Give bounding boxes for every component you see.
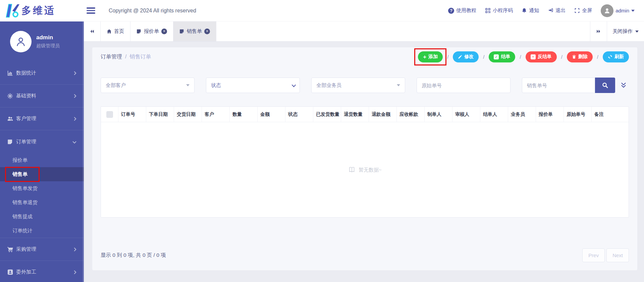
- sidebar-subitem-sales-order[interactable]: 销售单: [0, 167, 84, 181]
- bell-icon: [522, 8, 527, 13]
- sidebar-item-outsourcing[interactable]: 委外加工: [0, 261, 84, 282]
- original-order-no-input[interactable]: [417, 78, 511, 93]
- column-header: 客户: [202, 107, 230, 122]
- next-page-button[interactable]: Next: [606, 248, 629, 262]
- column-header: 交货日期: [174, 107, 202, 122]
- column-header: 原始单号: [564, 107, 592, 122]
- column-header: 状态: [285, 107, 313, 122]
- fullscreen-link[interactable]: 全屏: [574, 7, 592, 14]
- pencil-icon: [458, 55, 462, 59]
- sidebar-item-orders[interactable]: 订单管理: [0, 130, 84, 153]
- filter-row: 全部客户 状态 全部业务员: [101, 78, 629, 93]
- minus-square-icon: −: [531, 54, 536, 59]
- top-bar: 多维适 Copyright @ 2024 All rights reserved…: [0, 0, 644, 21]
- user-name: admin: [615, 8, 629, 13]
- action-separator: /: [561, 54, 562, 60]
- column-header: 下单日期: [146, 107, 174, 122]
- main-area: 首页 报价单 × 销售单 × 关闭操作: [84, 21, 644, 282]
- add-button[interactable]: + 添加: [418, 51, 443, 62]
- action-separator: /: [483, 54, 484, 60]
- fullscreen-icon: [574, 8, 580, 13]
- unsettle-button[interactable]: − 反结单: [526, 51, 557, 62]
- sidebar-subitem-sales-shipment[interactable]: 销售单发货: [0, 181, 84, 195]
- column-header: 已发货数量: [313, 107, 341, 122]
- column-header: 结单人: [480, 107, 508, 122]
- column-header: 备注: [592, 107, 629, 122]
- user-menu[interactable]: admin: [601, 4, 635, 17]
- sidebar-subitem-order-stats[interactable]: 订单统计: [0, 224, 84, 238]
- sales-order-no-input[interactable]: [522, 78, 595, 93]
- column-header: 金额: [258, 107, 285, 122]
- action-separator: /: [447, 54, 448, 60]
- order-book-icon: [7, 139, 13, 145]
- settle-button[interactable]: ✓ 结单: [489, 51, 515, 62]
- profile-name: admin: [36, 34, 60, 41]
- profile-role: 超级管理员: [36, 43, 60, 49]
- sidebar-profile: admin 超级管理员: [0, 21, 84, 62]
- column-header: 业务员: [508, 107, 536, 122]
- scroll-tabs-right-icon[interactable]: [590, 21, 607, 41]
- scroll-tabs-left-icon[interactable]: [84, 21, 101, 41]
- action-separator: /: [520, 54, 521, 60]
- breadcrumb-separator: /: [125, 54, 126, 60]
- breadcrumb-current: 销售订单: [129, 53, 151, 60]
- chevron-down-icon: [292, 83, 296, 87]
- column-header: 退货数量: [341, 107, 369, 122]
- empty-state: 暂无数据~: [101, 122, 629, 218]
- search-button[interactable]: [595, 78, 615, 93]
- orders-submenu: 报价单 销售单 销售单发货 销售单退货 销售提成 订单统计: [0, 153, 84, 238]
- delete-button[interactable]: 删除: [567, 51, 593, 62]
- content-area: 订单管理 / 销售订单 + 添加 /: [84, 42, 644, 282]
- bar-chart-icon: [7, 70, 13, 76]
- users-icon: [7, 116, 13, 122]
- refresh-button[interactable]: 刷新: [603, 51, 629, 62]
- orders-table: 订单号 下单日期 交货日期 客户 数量 金额 状态 已发货数量 退货数量 退款金…: [101, 106, 629, 218]
- breadcrumb-parent[interactable]: 订单管理: [101, 53, 122, 60]
- sidebar-subitem-sales-commission[interactable]: 销售提成: [0, 209, 84, 224]
- sidebar-scrollbar[interactable]: [83, 21, 84, 282]
- file-icon: [137, 29, 142, 34]
- tab-home[interactable]: 首页: [101, 21, 130, 41]
- user-avatar-icon: [601, 4, 613, 17]
- person-badge-icon: [7, 269, 13, 275]
- salesman-select[interactable]: 全部业务员: [311, 78, 405, 93]
- app-logo: 多维适: [0, 3, 84, 18]
- sidebar-item-data-stats[interactable]: 数据统计: [0, 62, 84, 85]
- triangle-down-icon: [186, 84, 190, 86]
- prev-page-button[interactable]: Prev: [582, 248, 605, 262]
- table-header-row: 订单号 下单日期 交货日期 客户 数量 金额 状态 已发货数量 退货数量 退款金…: [101, 107, 629, 122]
- column-header: 订单号: [118, 107, 146, 122]
- sidebar-item-customers[interactable]: 客户管理: [0, 107, 84, 130]
- close-tab-icon[interactable]: ×: [204, 29, 210, 34]
- tab-quotation[interactable]: 报价单 ×: [130, 21, 173, 41]
- tutorial-link[interactable]: ? 使用教程: [448, 7, 476, 14]
- mini-program-link[interactable]: 小程序码: [485, 7, 513, 14]
- copyright-text: Copyright @ 2024 All rights reserved: [109, 8, 196, 14]
- caret-down-icon: [635, 31, 639, 33]
- profile-avatar-icon: [10, 31, 32, 52]
- close-operations-dropdown[interactable]: 关闭操作: [607, 21, 644, 41]
- expand-filters-icon[interactable]: [620, 82, 627, 89]
- sidebar-item-base-data[interactable]: 基础资料: [0, 85, 84, 107]
- sidebar-item-purchasing[interactable]: 采购管理: [0, 238, 84, 261]
- select-all-checkbox[interactable]: [106, 111, 113, 118]
- column-header: 退款金额: [369, 107, 397, 122]
- triangle-down-icon: [397, 84, 400, 86]
- open-book-icon: [348, 167, 356, 173]
- sidebar-subitem-sales-return[interactable]: 销售单退货: [0, 195, 84, 209]
- logo-text: 多维适: [21, 4, 56, 17]
- sidebar-subitem-quotation[interactable]: 报价单: [0, 153, 84, 167]
- column-header: 应收帐款: [397, 107, 425, 122]
- logout-link[interactable]: 退出: [548, 7, 566, 14]
- status-select[interactable]: 状态: [206, 78, 300, 93]
- customer-select[interactable]: 全部客户: [101, 78, 195, 93]
- edit-button[interactable]: 修改: [453, 51, 479, 62]
- action-separator: /: [597, 54, 598, 60]
- hamburger-menu-icon[interactable]: [87, 7, 95, 14]
- notifications-link[interactable]: 通知: [522, 7, 539, 14]
- check-square-icon: ✓: [494, 54, 499, 59]
- question-icon: ?: [448, 8, 454, 14]
- tab-sales-order[interactable]: 销售单 ×: [173, 21, 216, 41]
- close-tab-icon[interactable]: ×: [161, 29, 167, 34]
- pagination-summary: 显示 0 到 0 项, 共 0 页 / 0 项: [101, 252, 166, 259]
